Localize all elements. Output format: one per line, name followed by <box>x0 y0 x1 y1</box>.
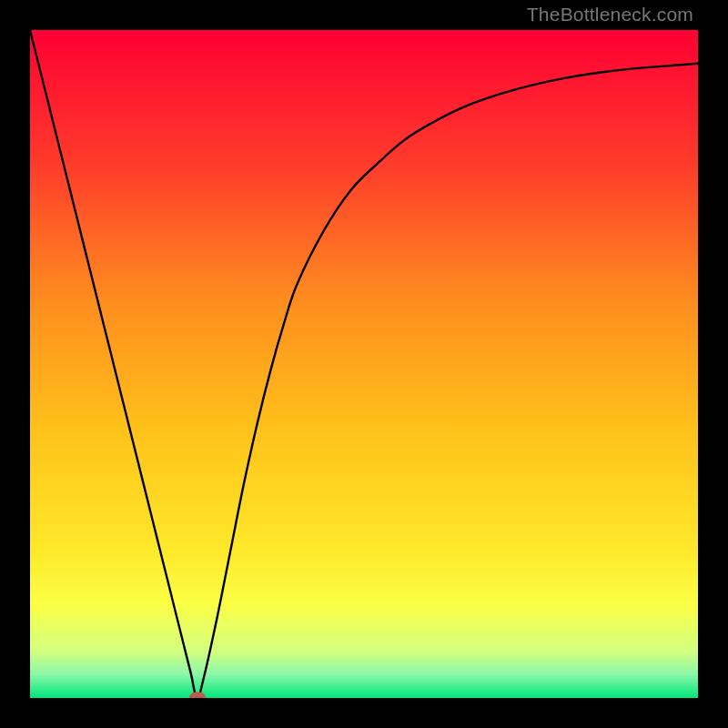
watermark-text: TheBottleneck.com <box>527 4 693 25</box>
bottleneck-curve <box>30 30 698 698</box>
optimal-point-marker <box>189 693 206 699</box>
plot-area <box>30 30 698 698</box>
chart-frame: TheBottleneck.com <box>0 0 728 728</box>
